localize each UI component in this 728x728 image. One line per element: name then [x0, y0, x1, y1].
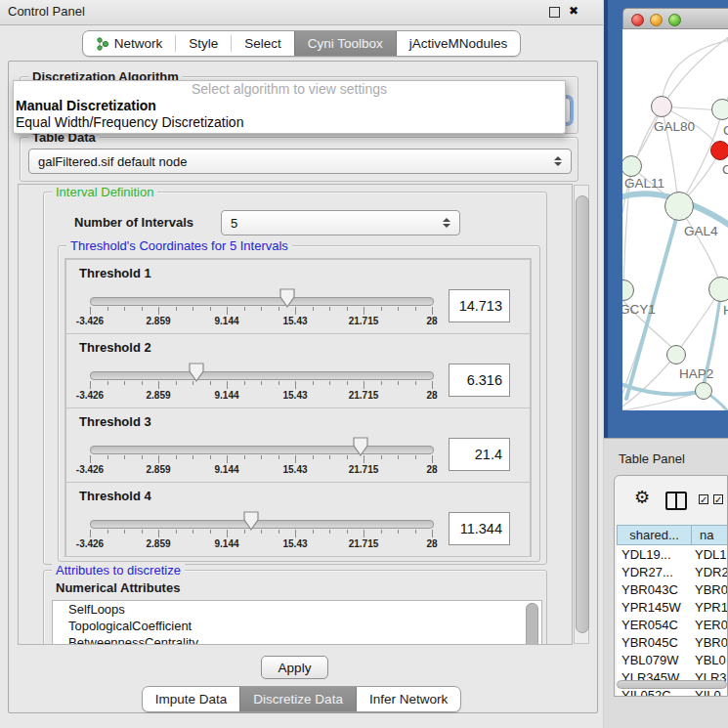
- slider-scale-label: 28: [426, 464, 437, 475]
- slider-scale-label: 15.43: [282, 316, 307, 326]
- close-traffic-light-icon[interactable]: [631, 14, 644, 26]
- table-body: YDL19...YDL1YDR27...YDR2YBR043CYBR0YPR14…: [617, 545, 728, 697]
- dropdown-option[interactable]: Equal Width/Frequency Discretization: [14, 114, 565, 131]
- attribute-list-item[interactable]: SelfLoops: [53, 601, 541, 618]
- threshold-value-box[interactable]: 11.344: [449, 512, 510, 545]
- table-row[interactable]: YDR27...YDR2: [617, 563, 728, 580]
- network-node[interactable]: [708, 277, 728, 302]
- dropdown-option[interactable]: Manual Discretization: [14, 98, 565, 114]
- checkbox-icon[interactable]: ✓: [713, 494, 723, 504]
- attribute-list-item[interactable]: BetweennessCentrality: [53, 634, 541, 645]
- slider-tick: [415, 307, 416, 311]
- network-node[interactable]: [695, 382, 712, 400]
- threshold-value-box[interactable]: 21.4: [449, 438, 510, 471]
- tab-discretize-data[interactable]: Discretize Data: [239, 687, 357, 711]
- split-columns-icon[interactable]: [665, 492, 687, 510]
- tab-jactivemnodules[interactable]: jActiveMNodules: [397, 31, 521, 56]
- slider-tick: [210, 307, 211, 311]
- cell-shared-name: YBR045C: [617, 635, 692, 650]
- thresholds-container: Threshold 1-3.4262.8599.14415.4321.71528…: [64, 258, 532, 557]
- table-card: ⚙ ✓ ✓ shared... na YDL19...YDL1YDR27...Y…: [614, 475, 728, 697]
- tab-cyni-toolbox[interactable]: Cyni Toolbox: [294, 31, 397, 56]
- slider-handle[interactable]: [243, 511, 259, 531]
- vertical-scrollbar[interactable]: [574, 185, 589, 644]
- list-scrollbar-thumb[interactable]: [526, 603, 538, 645]
- slider-handle[interactable]: [279, 288, 295, 308]
- cell-shared-name: YBR043C: [617, 582, 692, 597]
- slider-tick: [124, 307, 125, 311]
- close-icon[interactable]: ✖: [569, 4, 578, 18]
- slider-tick: [313, 381, 314, 385]
- node-label: H: [723, 303, 728, 318]
- gear-icon[interactable]: ⚙: [634, 489, 650, 506]
- slider-tick: [124, 530, 125, 534]
- horizontal-scrollbar[interactable]: [617, 680, 727, 690]
- zoom-traffic-light-icon[interactable]: [668, 14, 681, 26]
- slider-handle[interactable]: [353, 437, 368, 456]
- num-intervals-label: Number of Intervals: [74, 215, 193, 230]
- attributes-listbox[interactable]: SelfLoopsTopologicalCoefficientBetweenne…: [52, 600, 542, 645]
- tab-impute-data[interactable]: Impute Data: [143, 687, 240, 711]
- slider-scale-label: 2.859: [146, 390, 170, 401]
- minimize-traffic-light-icon[interactable]: [650, 14, 663, 26]
- vertical-scrollbar-thumb[interactable]: [576, 195, 589, 633]
- slider-track[interactable]: [90, 297, 434, 306]
- slider-tick: [364, 530, 364, 537]
- threshold-value-box[interactable]: 6.316: [449, 364, 510, 397]
- attribute-list-item[interactable]: TopologicalCoefficient: [53, 618, 541, 634]
- slider-tick: [432, 307, 433, 315]
- apply-button[interactable]: Apply: [261, 656, 328, 679]
- threshold-value-box[interactable]: 14.713: [449, 289, 510, 322]
- tab-network[interactable]: Network: [83, 31, 176, 56]
- column-header-name[interactable]: na: [692, 525, 728, 545]
- network-window-titlebar: [622, 8, 728, 29]
- tab-select[interactable]: Select: [232, 31, 294, 56]
- slider-tick: [244, 381, 245, 385]
- table-panel: Table Panel ⚙ ✓ ✓ shared... na YDL19...Y…: [604, 438, 728, 728]
- slider-tick: [347, 307, 348, 311]
- node-label: GAL80: [654, 119, 695, 134]
- cell-name: YBL0: [692, 653, 728, 667]
- column-header-shared-name[interactable]: shared...: [617, 525, 692, 545]
- panel-title: Control Panel: [8, 4, 85, 19]
- network-node[interactable]: [666, 345, 686, 364]
- table-row[interactable]: YBL079WYBL0: [617, 651, 728, 668]
- checkbox-icon[interactable]: ✓: [699, 494, 708, 504]
- slider-tick: [158, 307, 159, 315]
- slider-tick: [381, 530, 382, 534]
- cell-shared-name: YDR27...: [617, 565, 692, 579]
- network-node[interactable]: [651, 96, 672, 117]
- slider-tick: [124, 455, 125, 459]
- slider-tick: [313, 530, 314, 534]
- cell-name: YPR1: [692, 600, 728, 615]
- table-row[interactable]: YBR043CYBR0: [617, 580, 728, 598]
- network-node[interactable]: [664, 192, 694, 221]
- slider-scale-label: 15.43: [282, 464, 307, 475]
- slider-track[interactable]: [90, 520, 434, 529]
- slider-scale-label: 28: [426, 538, 437, 549]
- table-row[interactable]: YBR045CYBR0: [617, 633, 728, 651]
- table-row[interactable]: YER054CYER0: [617, 616, 728, 633]
- num-intervals-combobox[interactable]: 5: [221, 210, 460, 236]
- table-data-combobox[interactable]: galFiltered.sif default node: [28, 149, 572, 174]
- tab-label: jActiveMNodules: [409, 36, 508, 51]
- slider-track[interactable]: [90, 446, 434, 454]
- tab-style[interactable]: Style: [176, 31, 231, 56]
- slider-track[interactable]: [90, 371, 434, 380]
- table-header-row: shared... na: [617, 525, 728, 545]
- slider-tick: [107, 381, 108, 385]
- tab-infer-network[interactable]: Infer Network: [357, 687, 460, 711]
- table-row[interactable]: YDL19...YDL1: [617, 545, 728, 563]
- network-node[interactable]: [711, 99, 728, 120]
- network-node[interactable]: [710, 141, 728, 160]
- slider-scale: -3.4262.8599.14415.4321.71528: [90, 390, 432, 402]
- horizontal-scrollbar-thumb[interactable]: [617, 680, 727, 689]
- float-window-icon[interactable]: [549, 7, 560, 18]
- slider-tick: [329, 381, 330, 385]
- table-row[interactable]: YPR145WYPR1: [617, 598, 728, 616]
- network-canvas[interactable]: GAL80GCGAL11GAL4GCY1HHAP2: [622, 29, 728, 410]
- slider-handle[interactable]: [189, 363, 204, 382]
- slider-tick: [158, 455, 159, 463]
- slider-tick: [176, 381, 177, 385]
- slider-tick: [244, 455, 245, 459]
